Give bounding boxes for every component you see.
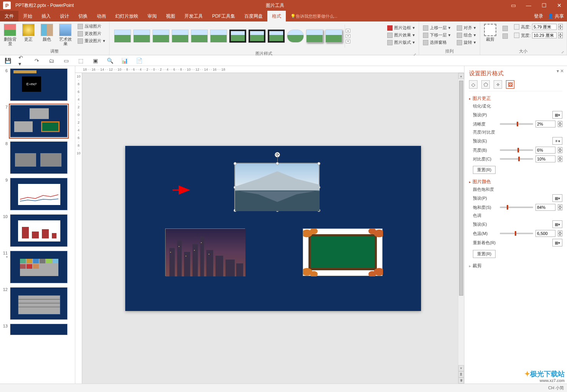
style-thumb[interactable] — [133, 30, 150, 43]
style-thumb[interactable] — [268, 30, 285, 43]
vertical-scrollbar[interactable]: ▴ ▾ ⯭ ⯯ — [458, 73, 464, 384]
section-picture-color[interactable]: ▸图片颜色 — [469, 179, 562, 185]
picture-chalkboard[interactable] — [303, 228, 383, 276]
style-thumb[interactable] — [191, 30, 208, 43]
maximize-button[interactable]: ☐ — [536, 0, 552, 11]
scroll-thumb[interactable] — [459, 81, 463, 296]
tab-home[interactable]: 开始 — [18, 11, 37, 22]
crop-button[interactable]: 裁剪 — [482, 22, 499, 43]
tab-picture-format[interactable]: 格式 — [267, 11, 286, 22]
slide-canvas[interactable]: ⟳ — [125, 146, 421, 311]
brightness-input[interactable] — [536, 147, 555, 154]
spin-down[interactable]: ▾ — [558, 233, 562, 237]
share-button[interactable]: 👤 共享 — [548, 13, 564, 20]
tell-me-search[interactable]: 💡 告诉我您想要做什么... — [290, 11, 337, 22]
slide-thumbnail-13[interactable] — [10, 324, 68, 335]
qat-btn-5[interactable]: ▭ — [62, 57, 70, 65]
corrections-button[interactable]: 更正 — [20, 22, 37, 43]
style-thumb[interactable] — [287, 30, 304, 43]
sign-in-link[interactable]: 登录 — [534, 13, 543, 20]
tab-slideshow[interactable]: 幻灯片放映 — [111, 11, 143, 22]
selection-pane-button[interactable]: 选择窗格 — [421, 39, 452, 46]
minimize-button[interactable]: — — [521, 0, 536, 11]
slide-canvas-wrap[interactable]: ⟳ — [82, 73, 464, 384]
send-backward-button[interactable]: 下移一层 ▾ — [421, 32, 452, 38]
reset-picture-button[interactable]: 重设图片 ▾ — [76, 38, 107, 44]
brightness-slider[interactable] — [500, 149, 533, 151]
picture-mountain[interactable]: ⟳ — [235, 163, 319, 211]
spin-down[interactable]: ▾ — [558, 124, 562, 127]
style-thumb[interactable] — [210, 30, 227, 43]
tab-developer[interactable]: 开发工具 — [180, 11, 207, 22]
rotate-button[interactable]: 旋转 ▾ — [455, 39, 477, 46]
undo-icon[interactable]: ↶ ▾ — [18, 57, 26, 65]
temperature-input[interactable] — [536, 230, 555, 237]
gallery-expand[interactable]: ▴▾▾ — [345, 25, 351, 48]
qat-btn-4[interactable]: 🗂 — [48, 57, 55, 65]
width-input[interactable] — [532, 32, 557, 38]
picture-style-gallery[interactable]: ▴▾▾ — [111, 22, 383, 50]
next-slide-button[interactable]: ⯯ — [458, 377, 464, 384]
picture-cityscape[interactable] — [165, 228, 245, 276]
change-picture-button[interactable]: 更改图片 — [76, 30, 107, 37]
slide-thumbnail-9[interactable] — [10, 178, 68, 210]
prev-slide-button[interactable]: ⯭ — [458, 371, 464, 377]
close-button[interactable]: ✕ — [552, 0, 567, 11]
saturation-slider[interactable] — [500, 207, 533, 208]
remove-background-button[interactable]: 删除背景 — [2, 22, 18, 48]
save-icon[interactable]: 💾 — [4, 57, 12, 65]
spin-up[interactable]: ▴ — [558, 147, 562, 150]
tone-preset-dropdown[interactable]: ▦▾ — [552, 220, 562, 228]
reset-color-button[interactable]: 重置(R) — [473, 250, 496, 258]
slide-thumbnail-11[interactable] — [10, 251, 68, 283]
picture-effects-button[interactable]: 图片效果 ▾ — [386, 32, 416, 38]
slide-thumbnail-10[interactable] — [10, 214, 68, 247]
saturation-preset-dropdown[interactable]: ▦▾ — [552, 194, 562, 202]
dialog-launcher-icon[interactable]: ⤢ — [561, 50, 564, 54]
style-thumb[interactable] — [114, 30, 131, 43]
tab-pdf-tools[interactable]: PDF工具集 — [207, 11, 240, 22]
recolor-dropdown[interactable]: ▦▾ — [552, 239, 562, 246]
spin-up[interactable]: ▴ — [558, 204, 562, 207]
ime-indicator[interactable]: CH 小简 — [548, 385, 564, 391]
style-thumb[interactable] — [153, 30, 169, 43]
picture-layout-button[interactable]: 图片版式 ▾ — [386, 39, 416, 46]
tab-picture-icon[interactable]: 🖼 — [506, 80, 514, 89]
slide-thumbnail-7[interactable] — [10, 105, 68, 137]
tab-baidu-netdisk[interactable]: 百度网盘 — [240, 11, 267, 22]
style-thumb[interactable] — [325, 30, 342, 43]
slide-thumbnail-pane[interactable]: 6 E=mc² 7 8 9 10 — [0, 66, 75, 384]
style-thumb[interactable] — [172, 30, 189, 43]
dialog-launcher-icon[interactable]: ⤢ — [413, 53, 416, 56]
slide-thumbnail-8[interactable] — [10, 141, 68, 174]
compress-pictures-button[interactable]: 压缩图片 — [76, 23, 107, 30]
qat-btn-7[interactable]: ▣ — [91, 57, 99, 65]
tab-design[interactable]: 设计 — [55, 11, 74, 22]
section-crop[interactable]: ▹裁剪 — [469, 263, 562, 269]
tab-animations[interactable]: 动画 — [92, 11, 111, 22]
style-thumb[interactable] — [306, 30, 323, 43]
color-button[interactable]: 颜色 — [38, 22, 55, 43]
tab-size-properties-icon[interactable]: ⟡ — [494, 80, 502, 89]
spin-down[interactable]: ▾ — [558, 207, 562, 210]
sharpen-preset-dropdown[interactable]: ▦▾ — [552, 111, 562, 119]
align-button[interactable]: 对齐 ▾ — [455, 25, 477, 31]
scroll-up-button[interactable]: ▴ — [458, 73, 464, 79]
tab-view[interactable]: 视图 — [161, 11, 180, 22]
crop-to-shape-icon[interactable] — [501, 33, 509, 39]
height-spin-up[interactable]: ▴ — [558, 24, 563, 27]
reset-corrections-button[interactable]: 重置(R) — [473, 166, 496, 174]
tab-review[interactable]: 审阅 — [143, 11, 161, 22]
qat-btn-10[interactable]: 📄 — [135, 57, 143, 65]
scroll-down-button[interactable]: ▾ — [458, 365, 464, 371]
artistic-effects-button[interactable]: 艺术效果 — [57, 22, 74, 48]
redo-icon[interactable]: ↷ — [33, 57, 41, 65]
contrast-slider[interactable] — [500, 158, 533, 160]
height-input[interactable] — [532, 24, 557, 30]
style-thumb[interactable] — [249, 30, 265, 43]
height-spin-down[interactable]: ▾ — [558, 27, 563, 30]
spin-down[interactable]: ▾ — [558, 159, 562, 162]
qat-btn-6[interactable]: ⬚ — [77, 57, 85, 65]
slide-thumbnail-12[interactable] — [10, 287, 68, 320]
sharpness-input[interactable] — [536, 121, 555, 127]
